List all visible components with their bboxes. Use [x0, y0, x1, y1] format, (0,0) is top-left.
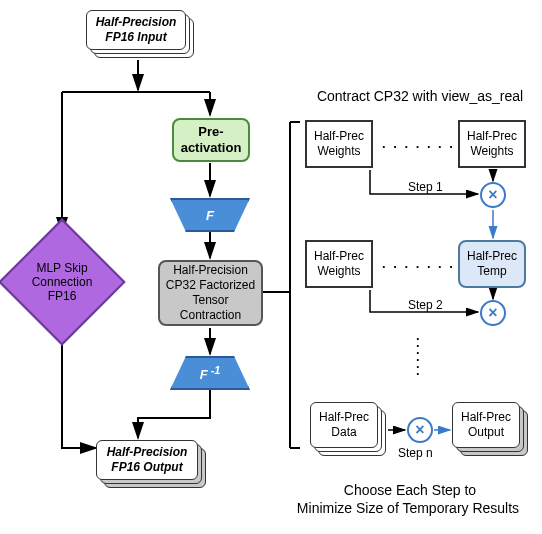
- output-stack: Half-Prec Output: [452, 402, 530, 454]
- f-inverse-transform: F -1: [170, 356, 250, 390]
- fp16-input-label: Half-Precision FP16 Input: [86, 10, 186, 50]
- mult-icon: ×: [488, 186, 497, 204]
- output-box-label: Half-Prec Output: [452, 402, 520, 448]
- dots-row2: . . . . . . .: [382, 256, 455, 271]
- mlp-skip-label: MLP Skip Connection FP16: [17, 237, 107, 327]
- footer-line1: Choose Each Step to: [280, 482, 540, 498]
- fp16-output-stack: Half-Precision FP16 Output: [96, 440, 208, 488]
- f-transform: F: [170, 198, 250, 232]
- mult-icon: ×: [415, 421, 424, 439]
- footer-line2: Minimize Size of Temporary Results: [268, 500, 542, 516]
- dots-vertical: ······: [416, 335, 420, 377]
- mult-circle-n: ×: [407, 417, 433, 443]
- f-label: F: [206, 208, 214, 223]
- fp16-output-label: Half-Precision FP16 Output: [96, 440, 198, 480]
- data-box-label: Half-Prec Data: [310, 402, 378, 448]
- mult-icon: ×: [488, 304, 497, 322]
- pre-activation-box: Pre-activation: [172, 118, 250, 162]
- fp16-input-stack: Half-Precision FP16 Input: [86, 10, 196, 58]
- mult-circle-1: ×: [480, 182, 506, 208]
- temp-box: Half-Prec Temp: [458, 240, 526, 288]
- stepn-label: Step n: [398, 446, 433, 460]
- step2-label: Step 2: [408, 298, 443, 312]
- dots-row1: . . . . . . .: [382, 136, 455, 151]
- weights-box-r1-left: Half-Prec Weights: [305, 120, 373, 168]
- diagram-canvas: Half-Precision FP16 Input MLP Skip Conne…: [0, 0, 542, 534]
- step1-label: Step 1: [408, 180, 443, 194]
- weights-box-r1-right: Half-Prec Weights: [458, 120, 526, 168]
- finv-label: F -1: [200, 364, 221, 382]
- cp32-contraction-box: Half-Precision CP32 Factorized Tensor Co…: [158, 260, 263, 326]
- mult-circle-2: ×: [480, 300, 506, 326]
- weights-box-r2-left: Half-Prec Weights: [305, 240, 373, 288]
- data-stack: Half-Prec Data: [310, 402, 388, 454]
- right-title: Contract CP32 with view_as_real: [300, 88, 540, 104]
